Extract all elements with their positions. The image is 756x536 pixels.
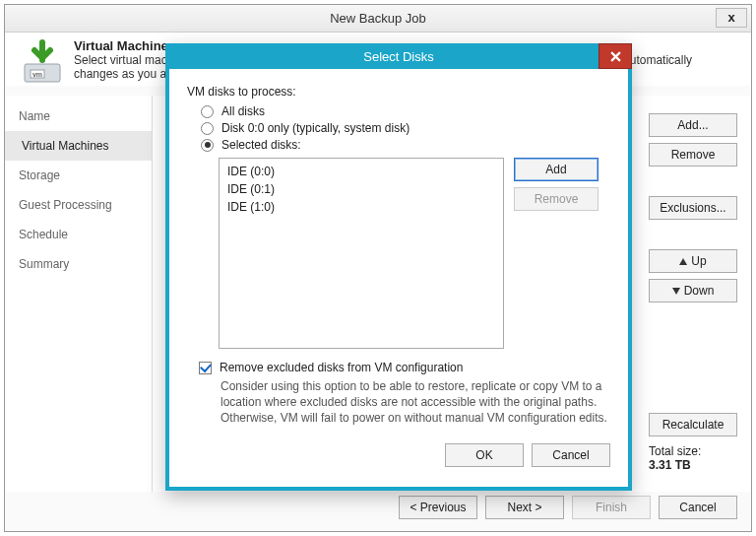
vm-disks-label: VM disks to process: <box>187 85 610 99</box>
radio-icon <box>201 122 214 135</box>
wizard-title: New Backup Job <box>5 11 751 26</box>
radio-disk0-label: Disk 0:0 only (typically, system disk) <box>221 121 410 135</box>
previous-button[interactable]: < Previous <box>399 496 477 519</box>
arrow-down-icon <box>672 288 680 295</box>
dialog-title: Select Disks <box>165 49 632 64</box>
wizard-footer: < Previous Next > Finish Cancel <box>5 496 751 525</box>
disk-item[interactable]: IDE (0:1) <box>227 180 495 198</box>
radio-disk0-only[interactable]: Disk 0:0 only (typically, system disk) <box>201 121 610 135</box>
add-disk-button[interactable]: Add <box>514 158 598 181</box>
total-size-block: Total size: 3.31 TB <box>649 444 737 472</box>
radio-all-disks-label: All disks <box>221 104 265 118</box>
radio-icon <box>201 139 214 152</box>
close-icon <box>610 51 621 62</box>
wizard-close-button[interactable]: x <box>716 8 747 28</box>
remove-disk-button: Remove <box>514 187 598 211</box>
remove-vm-button[interactable]: Remove <box>649 143 737 167</box>
sidebar-step-schedule[interactable]: Schedule <box>5 220 152 249</box>
svg-text:vm: vm <box>32 71 42 78</box>
next-button[interactable]: Next > <box>485 496 564 519</box>
dialog-close-button[interactable] <box>598 43 632 69</box>
total-size-value: 3.31 TB <box>649 458 737 472</box>
wizard-cancel-button[interactable]: Cancel <box>659 496 737 519</box>
exclusions-button[interactable]: Exclusions... <box>649 196 737 220</box>
checkbox-icon <box>199 362 212 374</box>
radio-selected-disks[interactable]: Selected disks: <box>201 138 610 152</box>
move-up-button[interactable]: Up <box>649 249 737 273</box>
sidebar-step-virtual-machines[interactable]: Virtual Machines <box>5 131 152 161</box>
move-down-label: Down <box>684 284 715 298</box>
dialog-titlebar: Select Disks <box>165 43 632 69</box>
wizard-sidebar: Name Virtual Machines Storage Guest Proc… <box>5 96 153 492</box>
dialog-cancel-button[interactable]: Cancel <box>532 443 610 467</box>
move-down-button[interactable]: Down <box>649 279 737 302</box>
remove-excluded-label: Remove excluded disks from VM configurat… <box>220 361 463 374</box>
wizard-titlebar: New Backup Job x <box>5 5 751 33</box>
sidebar-step-summary[interactable]: Summary <box>5 249 152 279</box>
wizard-side-button-column: Add... Remove Exclusions... Up Down Reca… <box>649 113 737 436</box>
selected-disks-list[interactable]: IDE (0:0) IDE (0:1) IDE (1:0) <box>219 158 504 349</box>
add-vm-button[interactable]: Add... <box>649 113 737 137</box>
remove-excluded-checkbox-row[interactable]: Remove excluded disks from VM configurat… <box>199 361 610 374</box>
dialog-footer: OK Cancel <box>169 443 628 467</box>
sidebar-step-guest-processing[interactable]: Guest Processing <box>5 190 152 220</box>
move-up-label: Up <box>691 254 706 268</box>
helper-text: Consider using this option to be able to… <box>220 378 610 426</box>
radio-icon <box>201 105 214 118</box>
disk-item[interactable]: IDE (0:0) <box>227 163 495 180</box>
disk-item[interactable]: IDE (1:0) <box>227 198 495 216</box>
radio-selected-label: Selected disks: <box>221 138 301 152</box>
vm-icon: vm <box>19 38 66 86</box>
finish-button: Finish <box>572 496 651 519</box>
total-size-label: Total size: <box>649 444 737 458</box>
sidebar-step-name[interactable]: Name <box>5 101 152 131</box>
arrow-up-icon <box>679 258 687 265</box>
radio-all-disks[interactable]: All disks <box>201 104 610 118</box>
recalculate-button[interactable]: Recalculate <box>649 413 737 436</box>
ok-button[interactable]: OK <box>445 443 524 467</box>
select-disks-dialog: Select Disks VM disks to process: All di… <box>165 43 632 491</box>
sidebar-step-storage[interactable]: Storage <box>5 161 152 190</box>
